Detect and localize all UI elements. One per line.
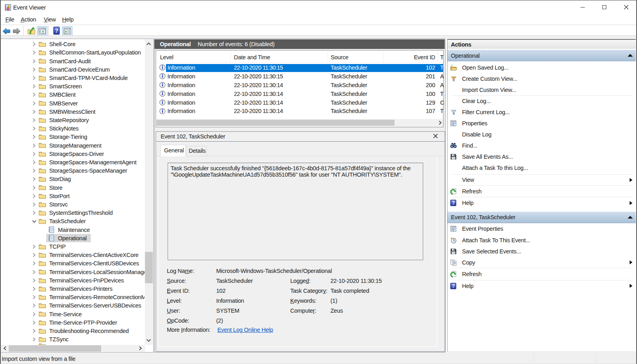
svg-text:?: ?: [55, 27, 58, 34]
svg-text:?: ?: [452, 200, 455, 206]
svg-text:?: ?: [452, 283, 455, 289]
